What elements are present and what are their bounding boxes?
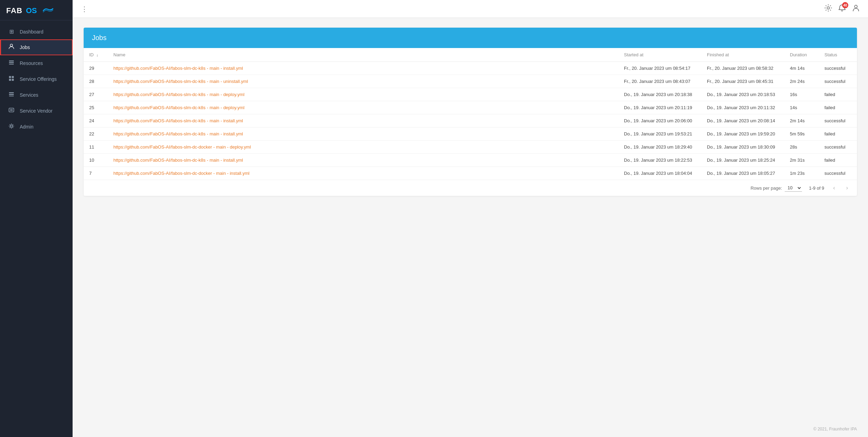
sidebar-item-admin[interactable]: Admin <box>0 119 73 135</box>
page-footer: © 2021, Fraunhofer IPA <box>73 421 868 437</box>
cell-started: Do., 19. Januar 2023 um 20:18:38 <box>618 88 701 101</box>
logo-os-text: OS <box>26 6 37 15</box>
cell-started: Do., 19. Januar 2023 um 18:22:53 <box>618 154 701 167</box>
cell-started: Do., 19. Januar 2023 um 20:06:00 <box>618 114 701 127</box>
col-header-duration: Duration <box>784 48 819 62</box>
topbar-right: 40 <box>824 4 860 13</box>
table-footer: Rows per page: 102550100 1-9 of 9 ‹ › <box>84 180 857 196</box>
rows-per-page-label: Rows per page: <box>750 186 782 191</box>
user-icon[interactable] <box>852 4 860 13</box>
sidebar: FABOS ⊞ Dashboard Jobs Resources <box>0 0 73 437</box>
cell-id: 10 <box>84 154 108 167</box>
cell-finished: Do., 19. Januar 2023 um 19:59:20 <box>701 127 784 141</box>
job-link[interactable]: https://github.com/FabOS-AI/fabos-slm-dc… <box>113 144 251 150</box>
cell-finished: Do., 19. Januar 2023 um 18:25:24 <box>701 154 784 167</box>
jobs-title: Jobs <box>92 34 106 41</box>
sidebar-item-service-offerings-label: Service Offerings <box>20 76 57 82</box>
topbar: ⋮ 40 <box>73 0 868 18</box>
sort-icon-id: ↓ <box>96 53 99 57</box>
cell-duration: 2m 31s <box>784 154 819 167</box>
cell-duration: 1m 23s <box>784 167 819 180</box>
rows-per-page: Rows per page: 102550100 <box>750 184 802 192</box>
cell-finished: Do., 19. Januar 2023 um 20:08:14 <box>701 114 784 127</box>
svg-point-14 <box>827 7 830 9</box>
settings-icon[interactable] <box>824 4 832 13</box>
job-link[interactable]: https://github.com/FabOS-AI/fabos-slm-dc… <box>113 79 248 84</box>
cell-id: 7 <box>84 167 108 180</box>
cell-name: https://github.com/FabOS-AI/fabos-slm-dc… <box>108 114 618 127</box>
cell-status: successful <box>819 167 857 180</box>
job-link[interactable]: https://github.com/FabOS-AI/fabos-slm-dc… <box>113 171 250 176</box>
sidebar-item-jobs-label: Jobs <box>20 45 30 50</box>
cell-id: 27 <box>84 88 108 101</box>
table-row: 11 https://github.com/FabOS-AI/fabos-slm… <box>84 141 857 154</box>
table-row: 22 https://github.com/FabOS-AI/fabos-slm… <box>84 127 857 141</box>
topbar-left: ⋮ <box>81 5 88 13</box>
cell-status: successful <box>819 75 857 88</box>
svg-rect-1 <box>9 60 14 61</box>
jobs-table: ID ↓ Name Started at Finished at Duratio… <box>84 48 857 180</box>
cell-status: successful <box>819 141 857 154</box>
sidebar-nav: ⊞ Dashboard Jobs Resources Service Offer… <box>0 20 73 437</box>
svg-rect-4 <box>9 76 11 78</box>
cell-finished: Fr., 20. Januar 2023 um 08:58:32 <box>701 62 784 75</box>
cell-finished: Do., 19. Januar 2023 um 20:11:32 <box>701 101 784 114</box>
job-link[interactable]: https://github.com/FabOS-AI/fabos-slm-dc… <box>113 158 243 163</box>
sidebar-item-service-offerings[interactable]: Service Offerings <box>0 71 73 87</box>
prev-page-button[interactable]: ‹ <box>831 184 837 192</box>
table-row: 24 https://github.com/FabOS-AI/fabos-slm… <box>84 114 857 127</box>
table-header: ID ↓ Name Started at Finished at Duratio… <box>84 48 857 62</box>
sidebar-item-dashboard[interactable]: ⊞ Dashboard <box>0 24 73 39</box>
admin-icon <box>8 123 15 130</box>
services-icon <box>8 92 15 98</box>
svg-point-15 <box>855 5 857 8</box>
cell-duration: 14s <box>784 101 819 114</box>
resources-icon <box>8 60 15 67</box>
next-page-button[interactable]: › <box>844 184 850 192</box>
table-row: 10 https://github.com/FabOS-AI/fabos-slm… <box>84 154 857 167</box>
sidebar-item-resources[interactable]: Resources <box>0 55 73 71</box>
svg-rect-10 <box>9 96 14 96</box>
cell-id: 11 <box>84 141 108 154</box>
col-header-status: Status <box>819 48 857 62</box>
cell-duration: 5m 59s <box>784 127 819 141</box>
sidebar-item-jobs[interactable]: Jobs <box>0 39 73 55</box>
cell-duration: 4m 14s <box>784 62 819 75</box>
cell-status: failed <box>819 88 857 101</box>
job-link[interactable]: https://github.com/FabOS-AI/fabos-slm-dc… <box>113 105 244 110</box>
job-link[interactable]: https://github.com/FabOS-AI/fabos-slm-dc… <box>113 131 243 136</box>
svg-rect-5 <box>12 76 14 78</box>
page-content: Jobs ID ↓ Name Started at Finished at Du… <box>73 18 868 421</box>
cell-status: failed <box>819 101 857 114</box>
table-row: 7 https://github.com/FabOS-AI/fabos-slm-… <box>84 167 857 180</box>
sidebar-item-services[interactable]: Services <box>0 87 73 103</box>
cell-started: Fr., 20. Januar 2023 um 08:43:07 <box>618 75 701 88</box>
service-vendor-icon <box>8 107 15 114</box>
cell-name: https://github.com/FabOS-AI/fabos-slm-dc… <box>108 75 618 88</box>
cell-name: https://github.com/FabOS-AI/fabos-slm-dc… <box>108 141 618 154</box>
cell-duration: 16s <box>784 88 819 101</box>
pagination-info: 1-9 of 9 <box>809 186 824 191</box>
sidebar-item-admin-label: Admin <box>20 124 34 130</box>
sidebar-item-services-label: Services <box>20 92 38 98</box>
cell-name: https://github.com/FabOS-AI/fabos-slm-dc… <box>108 62 618 75</box>
cell-duration: 2m 24s <box>784 75 819 88</box>
sidebar-item-service-vendor[interactable]: Service Vendor <box>0 103 73 119</box>
job-link[interactable]: https://github.com/FabOS-AI/fabos-slm-dc… <box>113 118 243 123</box>
job-link[interactable]: https://github.com/FabOS-AI/fabos-slm-dc… <box>113 66 243 71</box>
cell-id: 22 <box>84 127 108 141</box>
svg-point-13 <box>10 125 12 127</box>
svg-rect-12 <box>10 109 13 111</box>
jobs-card: Jobs ID ↓ Name Started at Finished at Du… <box>84 28 857 196</box>
menu-dots-icon[interactable]: ⋮ <box>81 5 88 13</box>
col-header-finished: Finished at <box>701 48 784 62</box>
jobs-icon <box>8 44 15 51</box>
notification-icon[interactable]: 40 <box>838 4 846 13</box>
col-header-id[interactable]: ID ↓ <box>84 48 108 62</box>
jobs-header: Jobs <box>84 28 857 48</box>
cell-status: failed <box>819 127 857 141</box>
main-content: ⋮ 40 Jobs <box>73 0 868 437</box>
cell-started: Do., 19. Januar 2023 um 19:53:21 <box>618 127 701 141</box>
rows-per-page-select[interactable]: 102550100 <box>785 184 802 192</box>
job-link[interactable]: https://github.com/FabOS-AI/fabos-slm-dc… <box>113 92 244 97</box>
